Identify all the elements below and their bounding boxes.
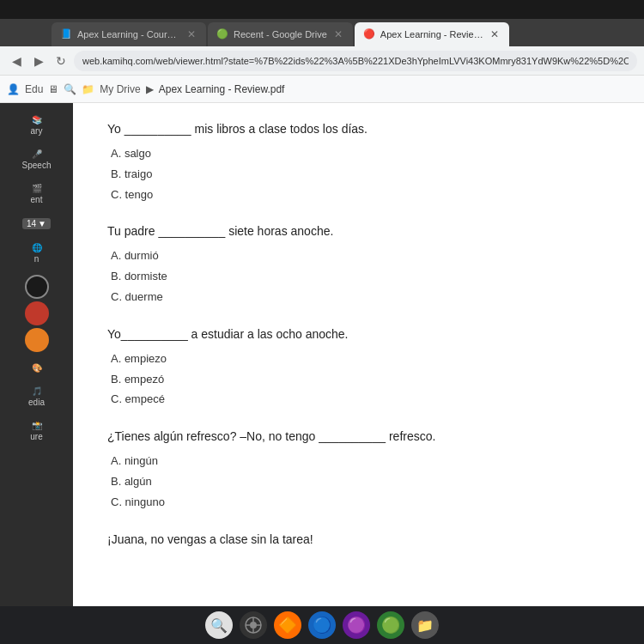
address-bar: ◀ ▶ ↻	[0, 46, 644, 76]
color-black[interactable]	[25, 275, 49, 299]
tab-apex-courses[interactable]: 📘 Apex Learning - Courses ✕	[52, 22, 206, 46]
sidebar-item-ure[interactable]: 📸 ure	[3, 416, 70, 447]
taskbar-icon-green[interactable]: 🟢	[377, 611, 404, 639]
tab-close-drive[interactable]: ✕	[332, 28, 344, 40]
number-badge: 14 ▼	[22, 218, 51, 229]
taskbar-icon-chrome[interactable]	[240, 611, 267, 639]
tab-google-drive[interactable]: 🟢 Recent - Google Drive ✕	[208, 22, 353, 46]
reload-button[interactable]: ↻	[52, 52, 70, 70]
breadcrumb-sep: ▶	[146, 83, 154, 95]
top-bar	[0, 0, 644, 19]
taskbar-icon-orange[interactable]: 🔶	[274, 611, 301, 639]
sidebar-label-library: ary	[31, 126, 43, 136]
search-icon[interactable]: 🔍	[64, 83, 76, 95]
my-drive-label[interactable]: My Drive	[100, 83, 140, 95]
sidebar-item-number[interactable]: 14 ▼	[3, 213, 70, 234]
tab-label-drive: Recent - Google Drive	[234, 29, 327, 39]
sidebar-item-speech[interactable]: 🎤 Speech	[3, 144, 70, 175]
breadcrumb-bar: 👤 Edu 🖥 🔍 📁 My Drive ▶ Apex Learning - R…	[0, 76, 644, 103]
question-7: Yo__________ a estudiar a las ocho anoch…	[107, 325, 610, 409]
url-input[interactable]	[74, 51, 637, 71]
ure-icon: 📸	[32, 421, 42, 430]
sidebar-label-ure: ure	[30, 432, 42, 441]
forward-button[interactable]: ▶	[29, 52, 48, 70]
question-6-text: Tu padre __________ siete horas anoche.	[107, 222, 610, 240]
question-9-text: ¡Juana, no vengas a clase sin la tarea!	[107, 531, 610, 549]
question-7-option-c: C. empecé	[107, 391, 610, 409]
tab-label-review: Apex Learning - Review.pdf	[380, 29, 483, 39]
taskbar-icon-blue[interactable]: 🔵	[308, 611, 336, 639]
question-8: ¿Tienes algún refresco? –No, no tengo __…	[107, 428, 610, 511]
monitor-icon: 🖥	[48, 83, 58, 95]
tab-close-courses[interactable]: ✕	[185, 28, 197, 40]
back-button[interactable]: ◀	[7, 52, 26, 70]
tab-apex-review[interactable]: 🔴 Apex Learning - Review.pdf ✕	[355, 22, 509, 46]
tab-label-courses: Apex Learning - Courses	[77, 29, 180, 39]
taskbar-icon-purple[interactable]: 🟣	[343, 611, 370, 639]
sidebar-label-speech: Speech	[22, 161, 52, 170]
question-5-text: Yo __________ mis libros a clase todos l…	[107, 120, 610, 138]
question-5-option-b: B. traigo	[107, 166, 610, 184]
content-area: Yo __________ mis libros a clase todos l…	[73, 103, 644, 644]
sidebar-label-media: edia	[28, 398, 45, 407]
speech-icon: 🎤	[32, 149, 42, 159]
question-7-option-b: B. empezó	[107, 371, 610, 389]
dropdown-icon: ▼	[38, 219, 46, 228]
question-7-option-a: A. empiezo	[107, 350, 610, 368]
question-6-option-a: A. durmió	[107, 247, 610, 265]
sidebar-item-en[interactable]: 🌐 n	[3, 238, 70, 269]
question-6-option-b: B. dormiste	[107, 268, 610, 286]
taskbar: 🔍 🔶 🔵 🟣 🟢 📁	[0, 606, 644, 644]
question-7-text: Yo__________ a estudiar a las ocho anoch…	[107, 325, 610, 343]
color-red[interactable]	[25, 301, 49, 325]
sidebar-item-ent[interactable]: 🎬 ent	[3, 179, 70, 210]
page-title: Apex Learning - Review.pdf	[159, 83, 285, 95]
svg-point-1	[250, 622, 257, 629]
question-8-option-a: A. ningún	[107, 453, 610, 471]
question-8-text: ¿Tienes algún refresco? –No, no tengo __…	[107, 428, 610, 446]
question-6-option-c: C. duerme	[107, 289, 610, 307]
question-5-option-c: C. tengo	[107, 186, 610, 204]
sidebar-label-en: n	[34, 254, 39, 264]
globe-icon: 🌐	[32, 243, 42, 252]
color-orange[interactable]	[25, 328, 49, 352]
question-5-option-a: A. salgo	[107, 145, 610, 163]
tab-close-review[interactable]: ✕	[489, 28, 501, 40]
sidebar-label-ent: ent	[31, 195, 43, 204]
taskbar-icon-folder[interactable]: 📁	[411, 611, 439, 639]
ent-icon: 🎬	[32, 184, 42, 193]
drive-icon: 📁	[82, 83, 94, 95]
question-8-option-c: C. ninguno	[107, 494, 610, 512]
sidebar: 📚 ary 🎤 Speech 🎬 ent 14 ▼ 🌐 n 🎨	[0, 103, 73, 644]
main-layout: 📚 ary 🎤 Speech 🎬 ent 14 ▼ 🌐 n 🎨	[0, 103, 644, 644]
tab-icon-drive: 🟢	[216, 28, 228, 40]
palette-icon: 🎨	[32, 363, 42, 373]
library-icon: 📚	[32, 115, 42, 125]
tab-bar: 📘 Apex Learning - Courses ✕ 🟢 Recent - G…	[0, 19, 644, 46]
student-icon: 👤	[7, 83, 20, 95]
taskbar-icon-search[interactable]: 🔍	[205, 611, 233, 639]
sidebar-item-library[interactable]: 📚 ary	[3, 110, 70, 141]
edu-label: Edu	[25, 83, 43, 95]
question-9: ¡Juana, no vengas a clase sin la tarea!	[107, 531, 610, 549]
sidebar-item-media[interactable]: 🎵 edia	[3, 381, 70, 412]
sidebar-item-palette[interactable]: 🎨	[3, 358, 70, 378]
number-value: 14	[27, 219, 36, 228]
question-6: Tu padre __________ siete horas anoche. …	[107, 222, 610, 306]
tab-icon-review: 🔴	[363, 28, 375, 40]
question-5: Yo __________ mis libros a clase todos l…	[107, 120, 610, 204]
media-icon: 🎵	[32, 386, 42, 396]
color-swatches	[3, 272, 70, 355]
tab-icon-courses: 📘	[60, 28, 72, 40]
question-8-option-b: B. algún	[107, 473, 610, 491]
